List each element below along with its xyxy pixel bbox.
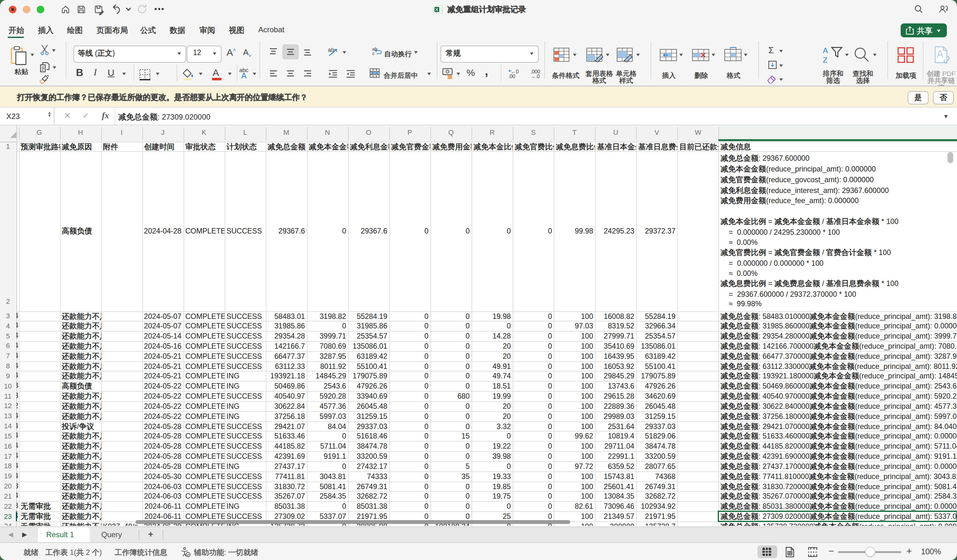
svg-text:A: A <box>823 46 828 55</box>
svg-text:c: c <box>372 50 375 56</box>
svg-text:Z: Z <box>823 56 828 64</box>
svg-text:.00: .00 <box>508 74 515 79</box>
svg-text:→.0: →.0 <box>531 74 540 79</box>
